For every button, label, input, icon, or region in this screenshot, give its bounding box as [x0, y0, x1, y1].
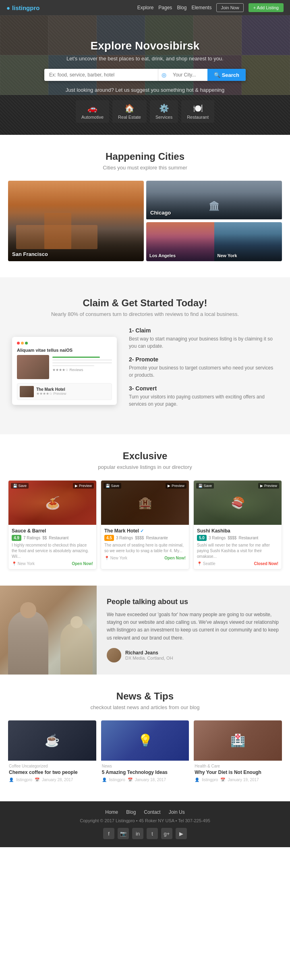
news-title-coffee[interactable]: Chemex coffee for two people [9, 770, 95, 776]
footer-social: f 📷 in t g+ ▶ [8, 828, 282, 839]
footer-nav-contact[interactable]: Contact [144, 809, 160, 815]
listing-location-mark: 📍 New York [104, 556, 127, 560]
news-title-tech[interactable]: 5 Amazing Technology Ideas [102, 770, 188, 776]
ss-dot-green [25, 342, 28, 345]
claim-step-2-text: Promote your business to target customer… [129, 364, 278, 379]
listing-preview-btn-sushi[interactable]: ▶ Preview [258, 483, 279, 489]
claim-subtitle: Nearly 80% of consumers turn to director… [12, 311, 278, 317]
social-youtube-icon[interactable]: ▶ [176, 828, 187, 839]
listing-footer-sauce: 📍 New York Open Now! [12, 561, 93, 566]
logo[interactable]: ● listingpro [6, 4, 39, 11]
search-button[interactable]: 🔍 Search [207, 69, 246, 81]
listing-save-badge-mark[interactable]: 💾 Save [104, 483, 121, 489]
news-body-coffee: Coffee Uncategorized Chemex coffee for t… [8, 761, 96, 786]
listing-ratings-count-mark: 3 Ratings [116, 536, 133, 540]
listing-location-sushi: 📍 Seattle [197, 561, 215, 566]
news-grid: ☕ Coffee Uncategorized Chemex coffee for… [8, 720, 282, 786]
news-category-health: Health & Care [195, 764, 281, 768]
category-realestate[interactable]: 🏠 Real Estate [112, 100, 147, 123]
listing-preview-btn-mark[interactable]: ▶ Preview [166, 483, 186, 489]
social-facebook-icon[interactable]: f [103, 828, 114, 839]
listing-card-sauce: 🍝 💾 Save ▶ Preview Sauce & Barrel 4.9 7 … [8, 480, 97, 569]
site-footer: Home Blog Contact Join Us Copyright © 20… [0, 801, 290, 847]
listing-image-mark: 🏨 💾 Save ▶ Preview [101, 481, 189, 525]
listing-status-sauce: Open Now! [72, 561, 93, 566]
ss-bar [52, 359, 112, 361]
footer-copyright: Copyright © 2017 Listingpro • 45 Roker N… [8, 818, 282, 823]
search-where-input[interactable] [168, 69, 204, 81]
add-listing-button[interactable]: + Add Listing [249, 3, 284, 12]
nav-elements[interactable]: Elements [191, 5, 211, 10]
claim-step-1: 1- Claim Best way to start managing your… [129, 327, 278, 350]
nav-blog[interactable]: Blog [177, 5, 186, 10]
news-date-coffee: January 28, 2017 [42, 778, 73, 782]
ss-title: Aliquam vitae tellus naiOS [17, 348, 112, 353]
exclusive-title: Exclusive [8, 450, 282, 462]
search-icon: 🔍 [214, 72, 220, 78]
nav-explore[interactable]: Explore [137, 5, 154, 10]
listing-save-badge-sushi[interactable]: 💾 Save [196, 483, 214, 489]
cities-section: Happening Cities Cities you must explore… [0, 135, 290, 277]
social-instagram-icon[interactable]: 📷 [118, 828, 129, 839]
testimonial-content: People talking about us We have exceeded… [97, 586, 290, 675]
category-restaurant[interactable]: 🍽️ Restaurant [181, 100, 214, 123]
news-card-health: 🏥 Health & Care Why Your Diet is Not Eno… [194, 720, 282, 786]
cities-subtitle: Cities you must explore this summer [8, 165, 282, 171]
news-meta-coffee: 👤 listingpro 📅 January 28, 2017 [9, 778, 95, 782]
news-meta-health: 👤 listingpro 📅 January 19, 2017 [195, 778, 281, 782]
footer-nav-joinus[interactable]: Join Us [169, 809, 185, 815]
listing-preview-btn[interactable]: ▶ Preview [73, 483, 94, 489]
claim-screenshot: Aliquam vitae tellus naiOS ★★★★☆ Reviews… [12, 337, 117, 405]
exclusive-subtitle: popular exclusive listings in our direct… [8, 464, 282, 470]
category-services[interactable]: ⚙️ Services [150, 100, 178, 123]
listing-name-sushi: Sushi Kashiba [197, 528, 278, 534]
city-name-la: Los Angeles [149, 253, 176, 258]
social-twitter-icon[interactable]: t [147, 828, 158, 839]
news-subtitle: checkout latest news and articles from o… [8, 704, 282, 710]
ss-text: ★★★★☆ Reviews [52, 368, 112, 372]
search-what-input[interactable] [44, 69, 158, 81]
city-card-chicago[interactable]: 🏛️ Chicago [146, 181, 282, 220]
news-author-tech: listingpro [109, 778, 125, 782]
author-name: Richard Jeans [125, 650, 173, 656]
ss-phone-label: The Mark Hotel [36, 387, 66, 392]
social-googleplus-icon[interactable]: g+ [161, 828, 172, 839]
listing-info-sauce: Sauce & Barrel 4.9 7 Ratings $$ Restaura… [8, 525, 96, 569]
city-card-sf[interactable]: San Francisco [8, 181, 144, 261]
listing-price-sushi: $$$$ [228, 536, 236, 540]
listing-ratings-count-sauce: 7 Ratings [23, 536, 40, 540]
nav-pages[interactable]: Pages [158, 5, 172, 10]
city-name-chicago: Chicago [150, 210, 171, 216]
news-body-health: Health & Care Why Your Diet is Not Enoug… [194, 761, 282, 786]
social-linkedin-icon[interactable]: in [132, 828, 143, 839]
news-title-health[interactable]: Why Your Diet is Not Enough [195, 770, 281, 776]
city-card-la[interactable]: New York Los Angeles [146, 222, 282, 261]
news-image-health: 🏥 [194, 720, 282, 761]
footer-nav-home[interactable]: Home [105, 809, 118, 815]
claim-step-3: 3- Convert Turn your visitors into payin… [129, 385, 278, 408]
listing-desc-sauce: I highly recommend to checkout this plac… [12, 543, 93, 559]
listing-rating-sauce: 4.9 [12, 535, 21, 541]
hero-title: Explore Novosibirsk [8, 39, 282, 52]
ss-bar [52, 362, 112, 363]
main-nav: Explore Pages Blog Elements Join Now + A… [137, 3, 284, 12]
listing-image-sauce: 🍝 💾 Save ▶ Preview [8, 481, 96, 525]
listing-meta-mark: 4.5 3 Ratings $$$$ Restaurante [104, 535, 186, 541]
ss-listing-details: ★★★★☆ Reviews [52, 355, 112, 379]
category-automotive[interactable]: 🚗 Automotive [76, 100, 109, 123]
listing-type-mark: Restaurante [146, 536, 168, 540]
listing-status-mark: Open Now! [164, 556, 186, 560]
news-card-coffee: ☕ Coffee Uncategorized Chemex coffee for… [8, 720, 96, 786]
news-date-icon-coffee: 📅 [35, 778, 39, 782]
city-name-sf: San Francisco [12, 251, 48, 257]
news-author-icon-health: 👤 [195, 778, 199, 782]
listing-type-sauce: Restaurant [49, 536, 68, 540]
verified-badge: ✓ [140, 528, 144, 533]
join-button[interactable]: Join Now [216, 3, 243, 12]
testimonial-text: We have exceeded our 'goals for' how man… [107, 611, 280, 642]
listing-save-badge[interactable]: 💾 Save [11, 483, 29, 489]
footer-nav-blog[interactable]: Blog [126, 809, 136, 815]
listing-meta-sushi: 5.0 3 Ratings $$$$ Restaurant [197, 535, 278, 541]
ss-phone-preview: The Mark Hotel ★★★★☆ Preview [17, 383, 112, 400]
services-icon: ⚙️ [155, 103, 172, 113]
